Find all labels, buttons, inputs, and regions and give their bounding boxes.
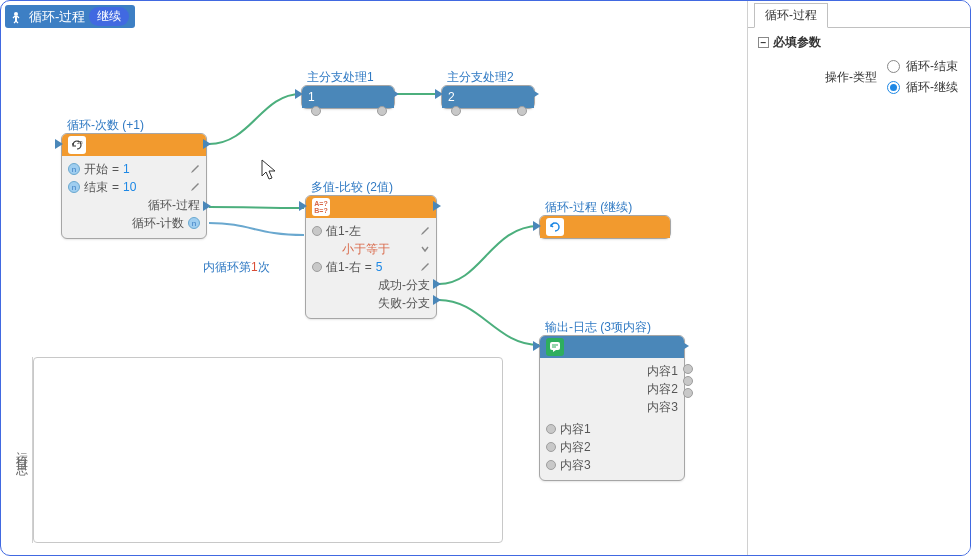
compare-succ-port[interactable] <box>433 279 441 289</box>
log-panel-body[interactable] <box>33 357 503 543</box>
inner-loop-times: 1 <box>251 260 258 274</box>
log-panel: 运行日志 <box>13 357 503 543</box>
main2-in-port[interactable] <box>435 89 443 99</box>
log-pin-r1[interactable] <box>683 364 693 374</box>
continue-icon <box>546 218 564 236</box>
log-l1-port[interactable] <box>546 424 556 434</box>
main1-value: 1 <box>308 90 315 104</box>
end-val[interactable]: 10 <box>123 180 136 194</box>
radio-option-end[interactable]: 循环-结束 <box>887 58 958 75</box>
node-title-main1: 主分支处理1 <box>307 69 374 86</box>
node-title-loop: 循环-次数 (+1) <box>67 117 144 134</box>
log-l2-port[interactable] <box>546 442 556 452</box>
sidebar-tab[interactable]: 循环-过程 <box>754 3 828 28</box>
sidebar-section[interactable]: − 必填参数 <box>748 28 970 55</box>
pencil-icon[interactable] <box>420 226 430 236</box>
op-label[interactable]: 小于等于 <box>342 241 390 258</box>
log-l3-port[interactable] <box>546 460 556 470</box>
node-title-compare: 多值-比较 (2值) <box>311 179 393 196</box>
node-log[interactable]: 内容1 内容2 内容3 内容1 内容2 内容3 <box>539 335 685 481</box>
log-r1: 内容1 <box>647 363 678 380</box>
main1-in-port[interactable] <box>295 89 303 99</box>
count-port[interactable]: n <box>188 217 200 229</box>
compare-icon: A=?B=? <box>312 198 330 216</box>
main2-knob-l[interactable] <box>451 106 461 116</box>
log-l1: 内容1 <box>560 421 591 438</box>
start-val[interactable]: 1 <box>123 162 130 176</box>
fail-label: 失败-分支 <box>378 295 430 312</box>
v1-label: 值1-左 <box>326 223 361 240</box>
pencil-icon[interactable] <box>420 262 430 272</box>
log-out-port[interactable] <box>681 341 689 351</box>
v2-val[interactable]: 5 <box>376 260 383 274</box>
start-port[interactable]: n <box>68 163 80 175</box>
log-in-port[interactable] <box>533 341 541 351</box>
node-continue[interactable] <box>539 215 671 239</box>
log-icon <box>546 338 564 356</box>
param-label: 操作-类型 <box>825 69 877 86</box>
main1-knob-r[interactable] <box>377 106 387 116</box>
log-pin-r2[interactable] <box>683 376 693 386</box>
log-panel-label: 运行日志 <box>13 357 33 543</box>
inner-loop-label: 内循环第1次 <box>203 259 270 276</box>
v1-port[interactable] <box>312 226 322 236</box>
cursor-icon <box>261 159 279 184</box>
radio-label-0: 循环-结束 <box>906 58 958 75</box>
chevron-down-icon[interactable] <box>420 244 430 254</box>
main1-knob-l[interactable] <box>311 106 321 116</box>
inner-loop-prefix: 内循环第 <box>203 260 251 274</box>
log-right-pins <box>683 364 693 398</box>
node-title-main2: 主分支处理2 <box>447 69 514 86</box>
canvas[interactable]: 主分支处理1 1 主分支处理2 2 循环-次数 (+1) ±n <box>1 1 741 556</box>
pencil-icon[interactable] <box>190 182 200 192</box>
node-compare[interactable]: A=?B=? 值1-左 小于等于 值1-右=5 成功-分支 失败-分支 <box>305 195 437 319</box>
succ-label: 成功-分支 <box>378 277 430 294</box>
compare-in-port[interactable] <box>299 201 307 211</box>
radio-icon <box>887 81 900 94</box>
loop-in-port[interactable] <box>55 139 63 149</box>
radio-label-1: 循环-继续 <box>906 79 958 96</box>
sidebar: 循环-过程 − 必填参数 操作-类型 循环-结束 循环-继续 <box>747 1 970 556</box>
v2-port[interactable] <box>312 262 322 272</box>
v2-label: 值1-右 <box>326 259 361 276</box>
count-label: 循环-计数 <box>132 215 184 232</box>
proc-label: 循环-过程 <box>148 197 200 214</box>
main1-out-port[interactable] <box>391 89 399 99</box>
radio-icon <box>887 60 900 73</box>
workspace: 循环-过程 继续 主分支处理1 1 <box>0 0 971 556</box>
section-label: 必填参数 <box>773 34 821 51</box>
main2-value: 2 <box>448 90 455 104</box>
svg-text:±n: ±n <box>77 139 83 145</box>
end-port[interactable]: n <box>68 181 80 193</box>
node-title-log: 输出-日志 (3项内容) <box>545 319 651 336</box>
loop-header-out-port[interactable] <box>203 139 211 149</box>
continue-in-port[interactable] <box>533 221 541 231</box>
loop-proc-out-port[interactable] <box>203 201 211 211</box>
log-pin-r3[interactable] <box>683 388 693 398</box>
param-row: 操作-类型 循环-结束 循环-继续 <box>748 55 970 99</box>
end-label: 结束 <box>84 179 108 196</box>
radio-option-continue[interactable]: 循环-继续 <box>887 79 958 96</box>
main2-out-port[interactable] <box>531 89 539 99</box>
log-r2: 内容2 <box>647 381 678 398</box>
svg-rect-3 <box>550 342 560 350</box>
pencil-icon[interactable] <box>190 164 200 174</box>
inner-loop-suffix: 次 <box>258 260 270 274</box>
log-l3: 内容3 <box>560 457 591 474</box>
log-l2: 内容2 <box>560 439 591 456</box>
loop-icon: ±n <box>68 136 86 154</box>
compare-fail-port[interactable] <box>433 295 441 305</box>
node-title-continue: 循环-过程 (继续) <box>545 199 632 216</box>
main2-knob-r[interactable] <box>517 106 527 116</box>
start-label: 开始 <box>84 161 108 178</box>
log-r3: 内容3 <box>647 399 678 416</box>
node-loop-count[interactable]: ±n n开始=1 n结束=10 循环-过程 循环-计数n <box>61 133 207 239</box>
compare-header-out-port[interactable] <box>433 201 441 211</box>
collapse-icon[interactable]: − <box>758 37 769 48</box>
